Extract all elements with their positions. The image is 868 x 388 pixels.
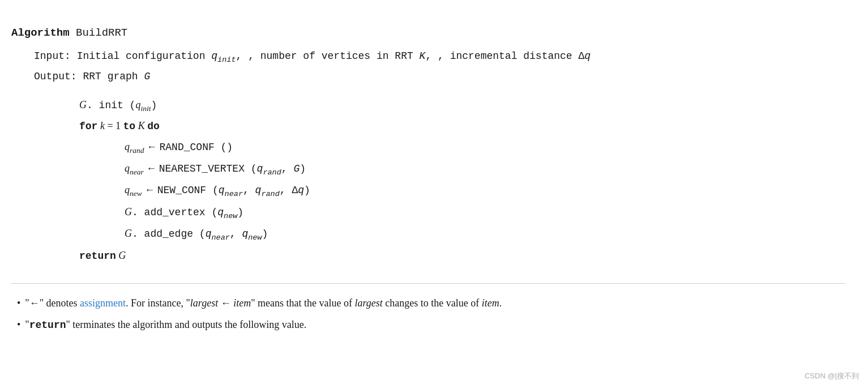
note-2-content: "return" terminates the algorithm and ou… — [25, 314, 306, 335]
line-qrand: qrand ← RAND_CONF () — [125, 137, 845, 158]
note-1-period: . — [499, 297, 502, 309]
note-1-arrow: ← — [218, 297, 233, 309]
note-1-changes: changes to the value of — [383, 297, 482, 309]
algorithm-title: Algorithm BuildRRT — [11, 23, 845, 43]
notes-section: • "←" denotes assignment. For instance, … — [11, 293, 845, 335]
delta-symbol: Δq — [578, 50, 591, 62]
note-1-end: " means that the value of — [251, 297, 354, 309]
algorithm-body: G. init (qinit) for k = 1 to K do qrand … — [34, 95, 845, 267]
csdn-credit: CSDN @|搜不到 — [805, 371, 859, 381]
q-init-symbol: qinit — [211, 50, 236, 62]
main-container: Algorithm BuildRRT Input: Initial config… — [0, 0, 868, 348]
return-keyword: return — [29, 319, 66, 331]
line-addedge: G. add_edge (qnear, qnew) — [125, 223, 845, 245]
note-1-item-2: item — [482, 297, 499, 309]
output-label: Output: — [34, 71, 77, 82]
line-qnew: qnew ← NEW_CONF (qnear, qrand, Δq) — [125, 180, 845, 202]
output-line: Output: RRT graph G — [34, 67, 845, 86]
assignment-link[interactable]: assignment — [80, 297, 126, 309]
note-2-text: " terminates the algorithm and outputs t… — [66, 319, 306, 330]
input-label: Input: — [34, 50, 71, 62]
divider — [11, 283, 845, 284]
algorithm-block: Algorithm BuildRRT Input: Initial config… — [11, 17, 845, 272]
note-1-after-link: . For instance, " — [126, 297, 190, 309]
output-g-symbol: G — [144, 71, 150, 82]
input-end: , incremental distance — [438, 50, 572, 62]
note-1-largest-1: largest — [190, 297, 218, 309]
note-1-item-1: item — [233, 297, 251, 309]
input-middle: , number of vertices in RRT — [248, 50, 413, 62]
k-symbol: K — [420, 50, 426, 62]
note-1-before-link: "←" denotes — [25, 297, 80, 309]
algorithm-name: BuildRRT — [76, 27, 127, 39]
bullet-1: • — [17, 293, 20, 313]
note-1-largest-2: largest — [354, 297, 382, 309]
line-return: return G — [79, 245, 845, 266]
line-qnear: qnear ← NEAREST_VERTEX (qrand, G) — [125, 158, 845, 180]
line-ginit: G. init (qinit) — [79, 95, 845, 116]
line-for: for k = 1 to K do — [79, 116, 845, 137]
note-item-1: • "←" denotes assignment. For instance, … — [17, 293, 840, 313]
bullet-2: • — [17, 314, 20, 335]
output-text: RRT graph — [83, 71, 138, 82]
input-line: Input: Initial configuration qinit, , nu… — [34, 46, 845, 67]
g-symbol-init: G — [79, 99, 87, 110]
note-1-content: "←" denotes assignment. For instance, "l… — [25, 293, 502, 313]
line-addvertex: G. add_vertex (qnew) — [125, 202, 845, 224]
q-init-subscript: init — [217, 56, 236, 64]
algorithm-keyword: Algorithm — [11, 27, 70, 39]
note-item-2: • "return" terminates the algorithm and … — [17, 314, 840, 335]
input-text: Initial configuration — [77, 50, 206, 62]
